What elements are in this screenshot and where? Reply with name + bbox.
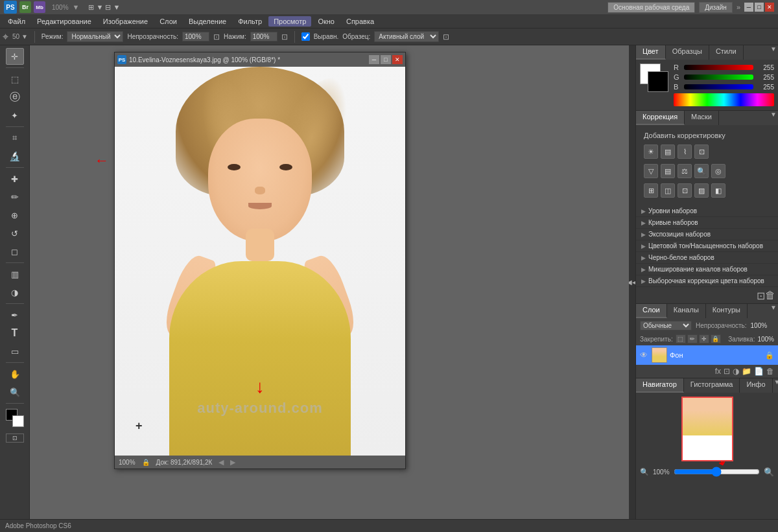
tab-layers[interactable]: Слои	[636, 304, 667, 318]
adj-item-0[interactable]: ▶ Уровни наборов	[636, 205, 778, 217]
correction-delete-icon[interactable]: 🗑	[765, 290, 775, 302]
tab-styles[interactable]: Стили	[709, 45, 744, 60]
adj-item-3[interactable]: ▶ Цветовой тон/Насыщенность наборов	[636, 240, 778, 252]
background-color[interactable]	[12, 415, 24, 427]
posterize-icon[interactable]: ⊡	[678, 183, 692, 198]
clone-btn[interactable]: ⊕	[6, 207, 24, 224]
hue-sat-icon[interactable]: ▤	[661, 164, 675, 178]
doc-nav-right[interactable]: ▶	[230, 458, 235, 467]
r-slider[interactable]	[684, 65, 753, 70]
photo-filter-icon[interactable]: ◎	[711, 164, 725, 178]
healing-btn[interactable]: ✚	[6, 170, 24, 187]
align-checkbox[interactable]	[301, 32, 310, 41]
gradient-btn[interactable]: ▥	[6, 266, 24, 283]
layer-visibility-icon[interactable]: 👁	[640, 351, 649, 360]
tab-info[interactable]: Инфо	[740, 378, 772, 393]
spectrum-bar[interactable]	[674, 93, 774, 106]
adj-item-2[interactable]: ▶ Экспозиция наборов	[636, 229, 778, 240]
opacity-input[interactable]	[182, 32, 209, 41]
crop-tool-btn[interactable]: ⌗	[6, 130, 24, 146]
color-swatches[interactable]	[6, 409, 24, 427]
threshold-icon[interactable]: ▨	[694, 183, 709, 198]
layers-panel-collapse[interactable]: ▼	[769, 304, 778, 318]
correction-action-icon[interactable]: ⊡	[757, 290, 765, 302]
move-tool-btn[interactable]: ✛	[6, 48, 24, 65]
lock-image-btn[interactable]: ✏	[687, 334, 698, 343]
adj-item-6[interactable]: ▶ Выборочная коррекция цвета наборов	[636, 275, 778, 287]
bg-color-swatch[interactable]	[648, 71, 668, 92]
add-adjustment-btn[interactable]: ◑	[733, 367, 739, 376]
menu-layers[interactable]: Слои	[154, 16, 182, 27]
add-mask-btn[interactable]: ⊡	[724, 367, 730, 376]
menu-image[interactable]: Изображение	[98, 16, 153, 27]
doc-min-btn[interactable]: ─	[369, 55, 379, 64]
new-layer-btn[interactable]: 📄	[754, 367, 764, 376]
color-preview-area[interactable]	[640, 64, 668, 92]
menu-edit[interactable]: Редактирование	[32, 16, 97, 27]
bw-icon[interactable]: 🔍	[694, 164, 709, 178]
tab-channels[interactable]: Каналы	[667, 304, 706, 318]
marquee-tool-btn[interactable]: ⬚	[6, 71, 24, 87]
shape-btn[interactable]: ▭	[6, 343, 24, 360]
menu-filter[interactable]: Фильтр	[233, 16, 267, 27]
nav-zoom-slider[interactable]	[674, 467, 760, 477]
invert-icon[interactable]: ◫	[661, 183, 675, 198]
right-panel-collapse[interactable]: ◀◀	[629, 45, 635, 519]
doc-nav-left[interactable]: ◀	[218, 458, 224, 467]
gradient-map-icon[interactable]: ◧	[711, 183, 725, 198]
lock-all-btn[interactable]: 🔒	[711, 334, 721, 343]
workspace-main-btn[interactable]: Основная рабочая среда	[607, 2, 695, 13]
quick-mask-btn[interactable]: ⊡	[6, 434, 24, 443]
workspace-more-icon[interactable]: »	[737, 3, 740, 11]
adj-item-4[interactable]: ▶ Черно-белое наборов	[636, 252, 778, 264]
g-slider[interactable]	[684, 75, 753, 80]
channel-mixer-icon[interactable]: ⊞	[644, 183, 658, 198]
tab-navigator[interactable]: Навигатор	[636, 378, 684, 393]
menu-view[interactable]: Просмотр	[268, 16, 311, 27]
tab-color[interactable]: Цвет	[636, 45, 666, 60]
b-slider[interactable]	[684, 84, 753, 89]
brightness-contrast-icon[interactable]: ☀	[644, 145, 658, 159]
tab-swatches[interactable]: Образцы	[666, 45, 709, 60]
doc-title-bar[interactable]: PS 10.Evelina-Voznesenskaya3.jpg @ 100% …	[115, 52, 405, 67]
new-group-btn[interactable]: 📁	[742, 367, 751, 376]
workspace-design-btn[interactable]: Дизайн	[699, 2, 733, 13]
vibrance-icon[interactable]: ▽	[644, 164, 658, 178]
zoom-btn[interactable]: 🔍	[6, 384, 24, 400]
delete-layer-btn[interactable]: 🗑	[766, 367, 774, 376]
lock-transparent-btn[interactable]: ⬚	[676, 334, 686, 343]
nav-zoom-in-icon[interactable]: 🔍	[764, 467, 774, 477]
tab-masks[interactable]: Маски	[685, 111, 719, 125]
lasso-tool-btn[interactable]: ⓔ	[6, 89, 24, 106]
menu-file[interactable]: Файл	[3, 16, 30, 27]
doc-close-btn[interactable]: ✕	[392, 55, 403, 64]
adj-item-5[interactable]: ▶ Микширование каналов наборов	[636, 264, 778, 275]
nav-panel-collapse[interactable]: ▼	[773, 378, 778, 393]
color-panel-collapse[interactable]: ▼	[769, 45, 778, 60]
text-btn[interactable]: T	[6, 325, 24, 341]
dodge-btn[interactable]: ◑	[6, 284, 24, 301]
lock-position-btn[interactable]: ✛	[699, 334, 709, 343]
pen-btn[interactable]: ✒	[6, 306, 24, 323]
eyedropper-btn[interactable]: 🔬	[6, 148, 24, 165]
brush-btn[interactable]: ✏	[6, 189, 24, 205]
eraser-btn[interactable]: ◻	[6, 243, 24, 260]
tab-correction[interactable]: Коррекция	[636, 111, 685, 125]
curves-icon[interactable]: ⌇	[678, 145, 692, 159]
hand-btn[interactable]: ✋	[6, 365, 24, 382]
close-btn[interactable]: ✕	[765, 3, 774, 12]
minimize-btn[interactable]: ─	[744, 3, 753, 12]
tab-contours[interactable]: Контуры	[706, 304, 748, 318]
adj-item-1[interactable]: ▶ Кривые наборов	[636, 217, 778, 229]
layer-row-0[interactable]: 👁 Фон 🔒	[636, 345, 778, 365]
menu-help[interactable]: Справка	[341, 16, 379, 27]
fx-btn[interactable]: fx	[715, 367, 721, 376]
doc-max-btn[interactable]: □	[381, 55, 391, 64]
maximize-btn[interactable]: □	[755, 3, 764, 12]
nav-zoom-out-icon[interactable]: 🔍	[640, 468, 649, 476]
menu-window[interactable]: Окно	[312, 16, 340, 27]
tab-histogram[interactable]: Гистограмма	[684, 378, 740, 393]
flow-input[interactable]	[250, 32, 277, 41]
color-balance-icon[interactable]: ⚖	[678, 164, 692, 178]
menu-select[interactable]: Выделение	[183, 16, 231, 27]
